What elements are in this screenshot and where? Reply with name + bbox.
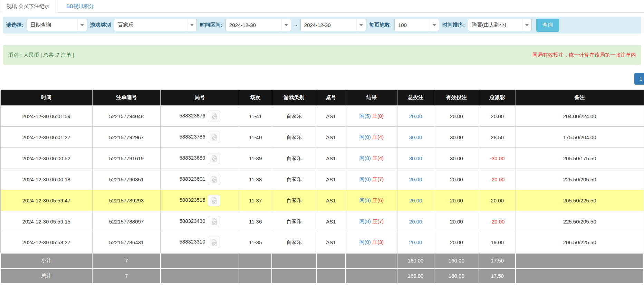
cell-table-no: AS1: [316, 148, 346, 169]
cell-total-bet[interactable]: 20.00: [397, 106, 434, 127]
cell-game-type: 百家乐: [272, 232, 316, 253]
cell-total-bet[interactable]: 20.00: [397, 211, 434, 232]
result-banker: 庄(4): [372, 134, 384, 140]
video-replay-button[interactable]: [208, 195, 220, 206]
result-player: 闲(8): [359, 155, 371, 161]
date-from-select[interactable]: 2024-12-30: [225, 19, 291, 31]
page-size-select[interactable]: 100: [394, 19, 439, 31]
table-total-row: 小计7160.00160.0017.50: [0, 253, 644, 268]
table-header-cell: 局号: [161, 90, 239, 106]
video-replay-icon: [211, 134, 218, 141]
cell-payout: -20.00: [479, 169, 516, 190]
video-replay-button[interactable]: [208, 174, 220, 185]
cell-session: 11-41: [239, 106, 272, 127]
total-empty-cell: [161, 253, 239, 268]
cell-payout: -30.00: [479, 148, 516, 169]
cell-game-type: 百家乐: [272, 190, 316, 211]
total-bet-sum: 160.00: [397, 253, 434, 268]
cell-bet-id: 522157789293: [92, 190, 160, 211]
table-total-row: 总计7160.00160.0017.50: [0, 268, 644, 284]
video-replay-button[interactable]: [208, 216, 220, 227]
cell-payout: 20.00: [479, 190, 516, 211]
table-header-cell: 总派彩: [479, 90, 516, 106]
cell-time: 2024-12-30 06:00:52: [0, 148, 92, 169]
cell-session: 11-38: [239, 169, 272, 190]
cell-round-id: 588323786: [161, 127, 239, 148]
chevron-down-icon: [356, 19, 366, 31]
video-replay-button[interactable]: [208, 153, 220, 164]
video-replay-icon: [211, 197, 218, 204]
cell-result: 闲(8) 庄(6): [346, 190, 397, 211]
table-header-cell: 场次: [239, 90, 272, 106]
query-type-select[interactable]: 日期查询: [27, 19, 87, 31]
table-row: 2024-12-30 06:01:59522157794048588323876…: [0, 106, 644, 127]
total-empty-cell: [272, 253, 316, 268]
cell-result: 闲(8) 庄(4): [346, 148, 397, 169]
cell-valid-bet: 20.00: [434, 211, 479, 232]
video-replay-icon: [211, 155, 218, 162]
result-player: 闲(0): [359, 239, 371, 245]
table-row: 2024-12-30 06:00:52522157791619588323689…: [0, 148, 644, 169]
cell-table-no: AS1: [316, 106, 346, 127]
date-range-tilde: ~: [294, 22, 297, 28]
table-row: 2024-12-30 05:59:15522157788097588323430…: [0, 211, 644, 232]
cell-result: 闲(5) 庄(0): [346, 106, 397, 127]
total-empty-cell: [346, 268, 397, 284]
video-replay-button[interactable]: [208, 132, 220, 143]
round-id-text: 588323786: [179, 134, 205, 140]
table-header-cell: 总投注: [397, 90, 434, 106]
cell-session: 11-35: [239, 232, 272, 253]
result-banker: 庄(7): [372, 176, 384, 182]
tab-video-bet-records[interactable]: 视讯 会员下注纪录: [0, 0, 56, 13]
total-count: 7: [92, 253, 160, 268]
video-replay-button[interactable]: [208, 111, 220, 122]
table-row: 2024-12-30 05:58:27522157786431588323310…: [0, 232, 644, 253]
table-header-cell: 注单编号: [92, 90, 160, 106]
result-banker: 庄(0): [372, 113, 384, 119]
cell-result: 闲(8) 庄(7): [346, 211, 397, 232]
time-sort-label: 时间排序:: [442, 22, 465, 28]
tab-bb-video-points[interactable]: BB视讯积分: [60, 0, 100, 12]
cell-total-bet[interactable]: 30.00: [397, 148, 434, 169]
table-body: 2024-12-30 06:01:59522157794048588323876…: [0, 106, 644, 253]
chevron-down-icon: [187, 19, 196, 31]
cell-bet-id: 522157786431: [92, 232, 160, 253]
cell-bet-id: 522157792967: [92, 127, 160, 148]
cell-session: 11-36: [239, 211, 272, 232]
valid-bet-notice: 同局有效投注，统一计算在该局第一张注单内: [532, 52, 636, 58]
cell-time: 2024-12-30 06:01:59: [0, 106, 92, 127]
query-button[interactable]: 查询: [536, 19, 559, 32]
total-bet-sum: 160.00: [397, 268, 434, 284]
cell-valid-bet: 20.00: [434, 106, 479, 127]
cell-result: 闲(0) 庄(4): [346, 127, 397, 148]
round-id-text: 588323310: [179, 239, 205, 245]
video-replay-icon: [211, 113, 218, 120]
video-replay-icon: [211, 176, 218, 183]
chevron-down-icon: [430, 19, 439, 31]
cell-total-bet[interactable]: 30.00: [397, 127, 434, 148]
pagination-page-1[interactable]: 1: [634, 73, 644, 85]
cell-time: 2024-12-30 05:58:27: [0, 232, 92, 253]
currency-total-text: 币别：人民币 | 总共 :7 注单 |: [8, 52, 74, 58]
cell-total-bet[interactable]: 20.00: [397, 190, 434, 211]
total-empty-cell: [516, 253, 644, 268]
time-sort-select[interactable]: 降幂(由大到小): [468, 19, 532, 31]
total-payout-sum: 17.50: [479, 253, 516, 268]
result-player: 闲(0): [359, 134, 371, 140]
game-type-select[interactable]: 百家乐: [114, 19, 197, 31]
cell-table-no: AS1: [316, 127, 346, 148]
chevron-down-icon: [522, 19, 531, 31]
cell-bet-id: 522157790351: [92, 169, 160, 190]
table-row: 2024-12-30 06:00:18522157790351588323601…: [0, 169, 644, 190]
cell-total-bet[interactable]: 20.00: [397, 232, 434, 253]
round-id-text: 588323689: [179, 155, 205, 161]
cell-payout: 19.00: [479, 232, 516, 253]
cell-total-bet[interactable]: 20.00: [397, 169, 434, 190]
cell-session: 11-37: [239, 190, 272, 211]
cell-remark: 225.50/205.50: [516, 169, 644, 190]
filter-bar: 请选择: 日期查询 游戏类别 百家乐 时间区间: 2024-12-30 ~ 20…: [3, 17, 641, 34]
result-banker: 庄(3): [372, 239, 384, 245]
video-replay-button[interactable]: [208, 237, 220, 248]
cell-session: 11-40: [239, 127, 272, 148]
date-to-select[interactable]: 2024-12-30: [300, 19, 366, 31]
